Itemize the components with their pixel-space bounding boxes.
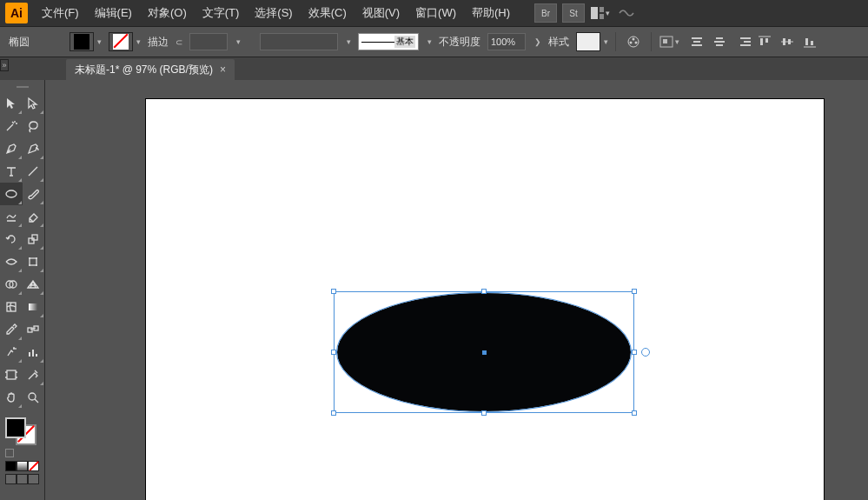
mesh-tool[interactable]: [0, 296, 23, 318]
options-bar: 椭圆 ▾ ▾ 描边 ⊂ ▾ ▾ 基本 ▾ 不透明度 ❯ 样式 ▾ ▾: [0, 26, 868, 57]
menu-view[interactable]: 视图(V): [355, 2, 407, 24]
column-graph-tool[interactable]: [23, 341, 45, 363]
resize-handle-tm[interactable]: [481, 289, 487, 294]
align-bottom-icon[interactable]: [799, 32, 820, 51]
menu-select[interactable]: 选择(S): [248, 2, 299, 24]
draw-normal-icon[interactable]: [5, 474, 17, 484]
color-mode-none[interactable]: [28, 461, 39, 471]
svg-point-25: [36, 264, 37, 266]
shape-builder-tool[interactable]: [0, 273, 23, 296]
type-tool[interactable]: [0, 160, 23, 183]
rotate-tool[interactable]: [0, 228, 23, 250]
gpu-preview-icon[interactable]: [617, 4, 636, 22]
variable-width-input[interactable]: [260, 33, 338, 50]
svg-rect-32: [29, 352, 30, 357]
resize-handle-bm[interactable]: [481, 410, 487, 416]
fill-stroke-swatches[interactable]: [0, 414, 44, 488]
resize-handle-tl[interactable]: [331, 289, 336, 294]
resize-handle-br[interactable]: [632, 410, 637, 416]
svg-rect-0: [591, 7, 598, 19]
menu-help[interactable]: 帮助(H): [465, 2, 517, 24]
align-to-icon[interactable]: ▾: [659, 32, 679, 51]
menu-type[interactable]: 文字(T): [195, 2, 247, 24]
graphic-style-swatch[interactable]: ▾: [576, 32, 608, 51]
line-tool[interactable]: [23, 160, 45, 183]
color-mode-gradient[interactable]: [17, 461, 28, 471]
menu-effect[interactable]: 效果(C): [301, 2, 354, 24]
opacity-input[interactable]: [487, 33, 526, 50]
bridge-button[interactable]: Br: [534, 3, 557, 23]
svg-rect-29: [29, 303, 37, 310]
svg-rect-34: [36, 354, 37, 357]
toolbox-grip-icon[interactable]: [0, 83, 44, 90]
svg-point-18: [6, 190, 17, 197]
selection-tool[interactable]: [0, 92, 23, 115]
stock-button[interactable]: St: [562, 3, 585, 23]
app-logo-icon: Ai: [5, 3, 28, 23]
slice-tool[interactable]: [23, 363, 45, 386]
selection-bounding-box[interactable]: [334, 291, 634, 413]
fill-swatch[interactable]: ▾: [70, 32, 102, 51]
direct-selection-tool[interactable]: [23, 92, 45, 115]
perspective-grid-tool[interactable]: [23, 273, 45, 296]
svg-rect-33: [32, 350, 34, 357]
eraser-tool[interactable]: [23, 205, 45, 228]
stroke-weight-input[interactable]: [189, 33, 228, 50]
align-left-icon[interactable]: [686, 32, 707, 51]
pie-widget-icon[interactable]: [641, 348, 650, 357]
width-tool[interactable]: [0, 250, 23, 273]
align-right-icon[interactable]: [732, 32, 752, 51]
svg-point-4: [633, 38, 635, 41]
opacity-dropdown-icon[interactable]: ❯: [534, 37, 541, 46]
shaper-tool[interactable]: [0, 205, 23, 228]
pen-tool[interactable]: [0, 137, 23, 160]
artboard-tool[interactable]: [0, 363, 23, 386]
stroke-link-icon[interactable]: ⊂: [176, 37, 182, 47]
panel-collapse-icon[interactable]: »: [0, 59, 9, 71]
menu-window[interactable]: 窗口(W): [408, 2, 463, 24]
svg-rect-1: [600, 7, 604, 12]
magic-wand-tool[interactable]: [0, 115, 23, 137]
stroke-swatch[interactable]: ▾: [109, 32, 141, 51]
lasso-tool[interactable]: [23, 115, 45, 137]
fill-color-swatch[interactable]: [5, 417, 26, 438]
resize-handle-tr[interactable]: [632, 289, 637, 294]
resize-handle-ml[interactable]: [331, 350, 336, 355]
free-transform-tool[interactable]: [23, 250, 45, 273]
svg-point-6: [635, 42, 638, 44]
symbol-sprayer-tool[interactable]: [0, 341, 23, 363]
gradient-tool[interactable]: [23, 296, 45, 318]
menu-file[interactable]: 文件(F): [35, 2, 86, 24]
align-middle-v-icon[interactable]: [777, 32, 798, 51]
zoom-tool[interactable]: [23, 386, 45, 409]
scale-tool[interactable]: [23, 228, 45, 250]
svg-rect-14: [788, 39, 791, 44]
arrange-documents-icon[interactable]: ▾: [591, 4, 610, 22]
menu-object[interactable]: 对象(O): [141, 2, 194, 24]
paintbrush-tool[interactable]: [23, 183, 45, 205]
document-tab[interactable]: 未标题-1* @ 97% (RGB/预览) ×: [66, 59, 235, 80]
resize-handle-bl[interactable]: [331, 410, 336, 416]
blend-tool[interactable]: [23, 318, 45, 341]
tab-close-icon[interactable]: ×: [220, 63, 226, 76]
stroke-label: 描边: [148, 35, 169, 50]
recolor-icon[interactable]: [623, 32, 644, 51]
canvas-area[interactable]: [45, 80, 868, 500]
brush-definition-dropdown[interactable]: 基本: [358, 33, 419, 50]
hand-tool[interactable]: [0, 386, 23, 409]
resize-handle-mr[interactable]: [632, 350, 637, 355]
ellipse-tool[interactable]: [0, 183, 23, 205]
draw-inside-icon[interactable]: [28, 474, 39, 484]
align-center-h-icon[interactable]: [709, 32, 730, 51]
svg-rect-20: [32, 235, 37, 240]
toolbox: [0, 80, 45, 500]
align-top-icon[interactable]: [754, 32, 775, 51]
curvature-tool[interactable]: [23, 137, 45, 160]
draw-behind-icon[interactable]: [17, 474, 28, 484]
swap-fill-stroke-icon[interactable]: [5, 449, 14, 457]
eyedropper-tool[interactable]: [0, 318, 23, 341]
svg-rect-21: [30, 258, 36, 265]
svg-rect-19: [29, 238, 34, 243]
color-mode-solid[interactable]: [5, 461, 17, 471]
menu-edit[interactable]: 编辑(E): [88, 2, 139, 24]
